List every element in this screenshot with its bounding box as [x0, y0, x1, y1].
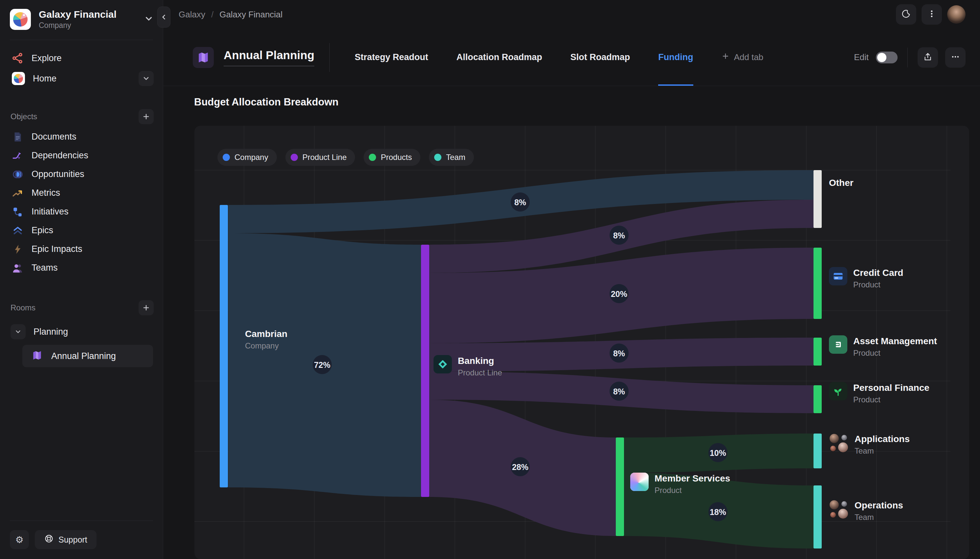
app-root: Galaxy Financial Company Explore Home [0, 0, 980, 559]
svg-text:8%: 8% [514, 198, 526, 207]
settings-button[interactable]: ⚙ [10, 530, 29, 549]
node-subtitle: Team [854, 513, 903, 522]
sidebar-item-teams[interactable]: Teams [0, 258, 163, 277]
sankey-node-label-other[interactable]: Other [829, 177, 854, 189]
plus-icon [722, 52, 729, 63]
avatar[interactable] [947, 5, 965, 24]
legend-label: Product Line [302, 153, 347, 162]
svg-text:20%: 20% [611, 289, 627, 299]
member-services-icon [630, 473, 649, 491]
sankey-node-label-credit-card[interactable]: Credit CardProduct [829, 267, 903, 289]
objects-section-label: Objects [10, 112, 37, 121]
add-tab-button[interactable]: Add tab [722, 52, 764, 63]
epics-icon [12, 225, 24, 237]
more-menu-button[interactable] [922, 4, 942, 25]
sankey-node-label-member-services[interactable]: Member ServicesProduct [630, 473, 730, 495]
sankey-node-label-applications[interactable]: ApplicationsTeam [829, 433, 910, 456]
node-title: Cambrian [245, 328, 288, 340]
node-subtitle: Team [854, 447, 910, 456]
page-map-icon[interactable] [193, 47, 214, 68]
sidebar-item-label: Opportunities [31, 169, 84, 179]
page-title[interactable]: Annual Planning [224, 49, 314, 66]
rooms-section-label: Rooms [10, 303, 35, 313]
chart-legend: CompanyProduct LineProductsTeam [217, 149, 474, 166]
add-tab-label: Add tab [734, 52, 764, 63]
opportunities-icon [12, 169, 24, 180]
sidebar-item-documents[interactable]: Documents [0, 127, 163, 146]
legend-label: Company [235, 153, 268, 162]
sidebar-item-dependencies[interactable]: Dependencies [0, 146, 163, 165]
page-more-button[interactable] [945, 47, 965, 68]
epic-impacts-icon [12, 243, 24, 255]
sidebar-item-label: Documents [31, 132, 76, 142]
lifebuoy-icon [44, 534, 54, 546]
support-button[interactable]: Support [35, 530, 97, 549]
legend-chip-product-line[interactable]: Product Line [285, 149, 355, 166]
sankey-node-label-cambrian[interactable]: CambrianCompany [245, 328, 288, 351]
sidebar: Galaxy Financial Company Explore Home [0, 0, 163, 559]
kebab-icon [927, 9, 936, 20]
svg-text:72%: 72% [314, 360, 331, 369]
tab-funding[interactable]: Funding [658, 29, 693, 86]
sankey-node-label-banking[interactable]: BankingProduct Line [433, 355, 502, 377]
home-expand-button[interactable] [139, 71, 154, 86]
documents-icon [12, 131, 24, 143]
tab-allocation-roadmap[interactable]: Allocation Roadmap [456, 29, 542, 86]
support-label: Support [58, 535, 88, 544]
sidebar-item-home[interactable]: Home [0, 68, 163, 89]
sankey-node-label-asset-management[interactable]: Asset ManagementProduct [829, 335, 937, 358]
avatar-group-icon [829, 433, 849, 453]
sidebar-item-metrics[interactable]: Metrics [0, 184, 163, 202]
sankey-node-label-operations[interactable]: OperationsTeam [829, 499, 903, 522]
breadcrumb-workspace[interactable]: Galaxy [178, 10, 205, 20]
legend-dot [223, 154, 230, 161]
sankey-node-label-personal-finance[interactable]: Personal FinanceProduct [829, 382, 929, 404]
org-switcher[interactable]: Galaxy Financial Company [0, 0, 163, 37]
legend-chip-company[interactable]: Company [217, 149, 277, 166]
sidebar-item-opportunities[interactable]: Opportunities [0, 165, 163, 184]
node-subtitle: Product [853, 349, 937, 358]
node-title: Asset Management [853, 335, 937, 347]
node-title: Credit Card [853, 267, 903, 279]
chevron-down-icon [144, 14, 154, 25]
dependencies-icon [12, 150, 24, 162]
chevron-down-icon[interactable] [10, 324, 26, 339]
sidebar-item-initiatives[interactable]: Initiatives [0, 202, 163, 221]
node-title: Operations [854, 499, 903, 511]
sidebar-page-annual-planning[interactable]: Annual Planning [22, 345, 153, 367]
legend-chip-team[interactable]: Team [429, 149, 474, 166]
add-room-button[interactable] [139, 300, 154, 315]
chart-panel: CompanyProduct LineProductsTeam 8%72%8%2… [194, 126, 969, 559]
theme-toggle-button[interactable] [896, 4, 916, 25]
svg-text:8%: 8% [613, 231, 625, 240]
tab-slot-roadmap[interactable]: Slot Roadmap [570, 29, 630, 86]
add-object-button[interactable] [139, 109, 154, 124]
moon-icon [901, 9, 911, 20]
sidebar-item-label: Initiatives [31, 207, 69, 217]
legend-dot [434, 154, 441, 161]
title-row: Annual Planning Strategy ReadoutAllocati… [164, 29, 980, 86]
node-title: Other [829, 177, 854, 189]
sidebar-item-epic-impacts[interactable]: Epic Impacts [0, 240, 163, 258]
tab-strategy-readout[interactable]: Strategy Readout [355, 29, 428, 86]
org-logo [10, 9, 31, 30]
divider [329, 43, 330, 72]
sidebar-collapse-button[interactable] [157, 7, 170, 28]
sidebar-room-planning[interactable]: Planning [10, 322, 153, 342]
node-subtitle: Product Line [458, 368, 502, 377]
sidebar-item-epics[interactable]: Epics [0, 221, 163, 240]
asset-management-icon [829, 335, 847, 354]
edit-toggle[interactable] [876, 51, 897, 63]
objects-list: DocumentsDependenciesOpportunitiesMetric… [0, 127, 163, 277]
sidebar-item-explore[interactable]: Explore [0, 48, 163, 68]
legend-chip-products[interactable]: Products [364, 149, 420, 166]
breadcrumb-company[interactable]: Galaxy Financial [220, 10, 283, 20]
map-icon [31, 350, 43, 362]
legend-label: Team [446, 153, 465, 162]
share-button[interactable] [917, 47, 938, 68]
svg-text:8%: 8% [613, 349, 625, 358]
node-title: Banking [458, 355, 502, 367]
page-label: Annual Planning [51, 351, 116, 361]
edit-label: Edit [854, 52, 869, 63]
sidebar-footer: ⚙ Support [0, 521, 163, 559]
